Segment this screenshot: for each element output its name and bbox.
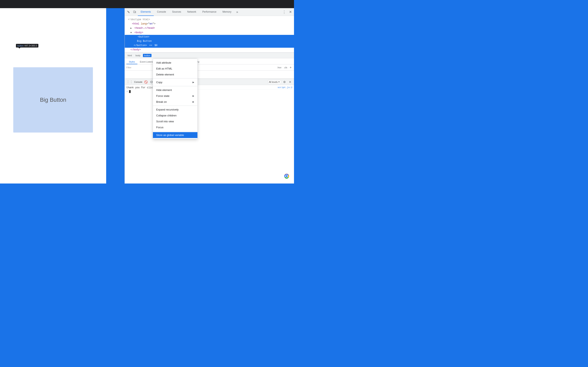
dom-line-button-close[interactable]: </button> == $0 <box>125 43 294 48</box>
context-menu-break-on[interactable]: Break on ▶ <box>153 99 198 105</box>
add-style-button[interactable]: + <box>289 65 292 70</box>
filter-actions: :hov .cls + <box>276 65 292 70</box>
dom-line-button[interactable]: <button> <box>125 35 294 39</box>
console-level-select[interactable]: All levels ▼ <box>268 80 281 84</box>
styles-filter-bar: :hov .cls + <box>125 64 294 71</box>
console-panel: ⋮⋮ Console 🚫 top All levels ▼ ⚙ ✕ thank … <box>125 79 294 184</box>
tooltip-tag: button <box>17 44 24 47</box>
breadcrumb-html[interactable]: html <box>126 54 133 57</box>
devtools-close-button[interactable]: ✕ <box>287 9 293 15</box>
copy-submenu-arrow: ▶ <box>192 81 194 83</box>
dom-line-head[interactable]: ▶ <head>…</head> <box>125 26 294 30</box>
devtools-menu-button[interactable]: ⋮ <box>281 9 287 15</box>
svg-point-6 <box>286 175 288 177</box>
tab-styles[interactable]: Styles <box>126 60 138 64</box>
console-close-button[interactable]: ✕ <box>288 80 292 84</box>
inspect-element-button[interactable] <box>126 9 131 15</box>
console-prompt[interactable]: › <box>126 90 292 93</box>
page-content: button 447.3×365.5 Big Button <box>0 8 106 184</box>
dom-tree[interactable]: <!doctype html> <html lang="en"> ▶ <head… <box>125 16 294 53</box>
console-log-text: thank you for click <box>126 86 276 89</box>
tab-console[interactable]: Console <box>154 8 169 16</box>
more-tabs-button[interactable]: » <box>234 9 240 15</box>
console-title: Console <box>134 81 142 83</box>
context-menu-sep-4 <box>153 131 198 131</box>
cls-button[interactable]: .cls <box>283 66 288 69</box>
devtools-toolbar: Elements Console Sources Network Perform… <box>125 8 294 16</box>
styles-filter-input[interactable] <box>126 66 276 69</box>
dom-line-button-text[interactable]: Big Button <box>125 39 294 43</box>
context-menu: Add attribute Edit as HTML Delete elemen… <box>153 59 198 139</box>
dom-line-body-close[interactable]: </body> <box>125 48 294 52</box>
context-menu-sep-2 <box>153 86 198 86</box>
tab-elements[interactable]: Elements <box>138 8 154 16</box>
tab-network[interactable]: Network <box>184 8 199 16</box>
context-menu-sep-3 <box>153 106 198 106</box>
context-menu-copy[interactable]: Copy ▶ <box>153 79 198 85</box>
chrome-top-bar <box>0 0 294 8</box>
dom-line-body[interactable]: ▼ <body> <box>125 31 294 35</box>
styles-panel: Styles Event Listeners DOM Properties Ac… <box>125 58 294 79</box>
breadcrumb-bar: html body button <box>125 53 294 58</box>
dom-line-doctype[interactable]: <!doctype html> <box>125 17 294 22</box>
tooltip-size: 447.3×365.5 <box>25 44 37 47</box>
context-menu-force-state[interactable]: Force state ▶ <box>153 93 198 99</box>
styles-tabs: Styles Event Listeners DOM Properties Ac… <box>125 58 294 64</box>
console-prompt-cursor <box>129 90 131 93</box>
breadcrumb-button[interactable]: button <box>143 54 152 57</box>
console-body[interactable]: thank you for click script.js:2 › <box>125 85 294 184</box>
context-menu-delete-element[interactable]: Delete element <box>153 72 198 77</box>
tab-performance[interactable]: Performance <box>199 8 219 16</box>
console-prompt-icon: › <box>126 90 128 93</box>
device-toggle-button[interactable] <box>132 9 138 15</box>
context-menu-hide-element[interactable]: Hide element <box>153 87 198 93</box>
context-menu-collapse-children[interactable]: Collapse children <box>153 113 198 118</box>
hov-button[interactable]: :hov <box>276 66 282 69</box>
context-menu-add-attribute[interactable]: Add attribute <box>153 60 198 66</box>
console-clear-button[interactable]: 🚫 <box>144 80 148 84</box>
drag-handle[interactable]: ⋮⋮ <box>126 80 133 84</box>
break-on-submenu-arrow: ▶ <box>192 100 194 103</box>
context-menu-focus[interactable]: Focus <box>153 124 198 130</box>
console-log-entry: thank you for click script.js:2 <box>126 86 292 90</box>
big-button[interactable]: Big Button <box>13 67 93 133</box>
console-settings-button[interactable]: ⚙ <box>282 80 287 84</box>
tab-sources[interactable]: Sources <box>169 8 184 16</box>
element-tooltip: button 447.3×365.5 <box>16 44 38 48</box>
context-menu-scroll-into-view[interactable]: Scroll into view <box>153 118 198 124</box>
console-toolbar: ⋮⋮ Console 🚫 top All levels ▼ ⚙ ✕ <box>125 79 294 85</box>
console-log-source[interactable]: script.js:2 <box>277 86 292 89</box>
context-menu-edit-as-html[interactable]: Edit as HTML <box>153 66 198 72</box>
dom-line-html[interactable]: <html lang="en"> <box>125 22 294 26</box>
context-menu-store-as-global[interactable]: Store as global variable <box>153 132 198 138</box>
tab-memory[interactable]: Memory <box>220 8 234 16</box>
svg-rect-1 <box>135 11 136 13</box>
svg-rect-0 <box>134 11 135 13</box>
context-menu-expand-recursively[interactable]: Expand recursively <box>153 107 198 113</box>
devtools-panel: Elements Console Sources Network Perform… <box>125 8 294 184</box>
force-state-submenu-arrow: ▶ <box>192 95 194 97</box>
browser-background: button 447.3×365.5 Big Button Ele <box>0 8 294 184</box>
chrome-logo <box>283 173 290 180</box>
breadcrumb-body[interactable]: body <box>134 54 142 57</box>
